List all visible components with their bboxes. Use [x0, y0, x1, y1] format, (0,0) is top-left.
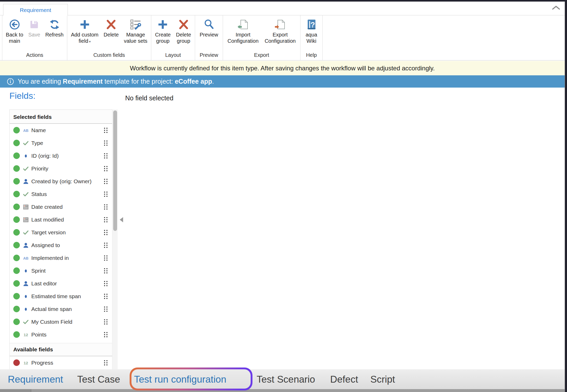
delete-group-button[interactable]: Delete group	[174, 18, 193, 45]
drag-handle-icon[interactable]	[104, 204, 108, 210]
drag-handle-icon[interactable]	[104, 293, 108, 299]
panel-collapse-arrow-icon[interactable]	[120, 217, 123, 222]
field-row-date-created[interactable]: Date created	[10, 200, 112, 213]
field-row-points[interactable]: 12Points	[10, 328, 112, 341]
item-type-tabbar: RequirementTest CaseTest run configurati…	[0, 369, 565, 389]
field-row-progress[interactable]: 12Progress	[10, 356, 112, 369]
available-fields-header: Available fields	[10, 343, 112, 356]
tab-defect[interactable]: Defect	[330, 369, 358, 389]
drag-handle-icon[interactable]	[104, 255, 108, 261]
drag-handle-icon[interactable]	[104, 166, 108, 172]
drag-handle-icon[interactable]	[104, 332, 108, 338]
field-row-target-version[interactable]: Target version	[10, 226, 112, 239]
create-group-button[interactable]: Create group	[153, 18, 172, 45]
aqua-wiki-button[interactable]: ?aqua Wiki	[304, 18, 319, 45]
drag-handle-icon[interactable]	[104, 140, 108, 146]
field-row-sprint[interactable]: Sprint	[10, 264, 112, 277]
field-label: Last editor	[31, 280, 57, 287]
field-row-type[interactable]: Type	[10, 137, 112, 149]
drag-handle-icon[interactable]	[104, 268, 108, 274]
add-custom-field-button[interactable]: Add custom field▾	[69, 18, 100, 45]
tab-test-case[interactable]: Test Case	[77, 369, 120, 389]
project-name: eCoffee app	[175, 78, 212, 85]
tab-test-scenario[interactable]: Test Scenario	[257, 369, 315, 389]
template-name: Requirement	[63, 78, 103, 85]
drag-handle-icon[interactable]	[104, 306, 108, 312]
field-row-id-orig-id[interactable]: ID (orig: Id)	[10, 149, 112, 162]
field-label: Status	[31, 191, 47, 197]
refresh-icon	[49, 19, 61, 30]
ribbon-group-label: Custom fields	[67, 52, 151, 60]
drag-handle-icon[interactable]	[104, 319, 108, 325]
ribbon-button-label: Manage value sets	[124, 32, 147, 44]
ribbon-group-label: Actions	[2, 52, 67, 60]
import-configuration-button[interactable]: Import Configuration	[226, 18, 260, 45]
svg-text:12: 12	[23, 333, 28, 337]
field-label: Last modified	[31, 217, 64, 223]
refresh-button[interactable]: Refresh	[44, 18, 65, 38]
preview-button[interactable]: Preview	[198, 18, 220, 38]
fields-scrollbar-thumb[interactable]	[113, 111, 117, 231]
drag-handle-icon[interactable]	[104, 280, 108, 287]
green-status-dot-icon	[13, 267, 20, 274]
field-label: Implemented in	[31, 255, 69, 261]
drag-handle-icon[interactable]	[104, 153, 108, 159]
ribbon-tab-requirement[interactable]: Requirement	[3, 4, 68, 16]
field-row-priority[interactable]: Priority	[10, 162, 112, 175]
green-status-dot-icon	[13, 242, 20, 248]
drag-handle-icon[interactable]	[104, 127, 108, 133]
field-label: Assigned to	[31, 242, 60, 248]
horizontal-scrollbar[interactable]	[0, 389, 565, 392]
field-label: Type	[31, 140, 43, 146]
available-fields-list: 12Progress	[10, 356, 112, 369]
green-status-dot-icon	[13, 229, 20, 236]
date-type-icon	[22, 204, 30, 210]
ribbon-button-label: Create group	[155, 32, 171, 44]
field-label: Estimated time span	[31, 293, 81, 299]
enum-type-icon	[22, 166, 30, 172]
field-label: Name	[31, 127, 46, 133]
ribbon-group-label: Preview	[195, 52, 223, 60]
back-to-main-button[interactable]: Back to main	[4, 18, 25, 45]
date-type-icon	[22, 217, 30, 223]
ribbon-button-label: Delete group	[176, 32, 191, 44]
horizontal-scrollbar-segment[interactable]	[0, 389, 31, 392]
field-row-assigned-to[interactable]: Assigned to	[10, 239, 112, 252]
drag-handle-icon[interactable]	[104, 242, 108, 248]
fields-title: Fields:	[9, 91, 35, 101]
field-row-implemented-in[interactable]: ABImplemented in	[10, 252, 112, 264]
drag-handle-icon[interactable]	[104, 360, 108, 366]
save-button[interactable]: Save	[27, 18, 42, 38]
workflow-notice-bar: Workflow is currently defined for this i…	[0, 61, 565, 75]
svg-text:12: 12	[23, 361, 28, 365]
field-row-last-modified[interactable]: Last modified	[10, 213, 112, 226]
tab-test-run-configuration[interactable]: Test run configuration	[134, 369, 226, 389]
tab-script[interactable]: Script	[370, 369, 395, 389]
chevron-up-icon[interactable]	[552, 5, 560, 10]
ribbon-tab-row: Requirement	[0, 2, 565, 15]
green-status-dot-icon	[13, 306, 20, 312]
svg-text:AB: AB	[23, 256, 28, 260]
enum-type-icon	[22, 230, 30, 235]
enum-type-icon	[22, 191, 30, 197]
ribbon-group-layout: Create groupDelete groupLayout	[151, 15, 195, 60]
field-row-created-by-orig-owner[interactable]: Created by (orig: Owner)	[10, 175, 112, 188]
drag-handle-icon[interactable]	[104, 229, 108, 236]
field-row-estimated-time-span[interactable]: Estimated time span	[10, 290, 112, 303]
drag-handle-icon[interactable]	[104, 217, 108, 223]
field-row-last-editor[interactable]: Last editor	[10, 277, 112, 290]
field-row-my-custom-field[interactable]: My Custom Field	[10, 315, 112, 328]
field-label: Priority	[31, 166, 48, 172]
number-type-icon	[22, 268, 30, 274]
ribbon-button-label: Back to main	[6, 32, 23, 44]
drag-handle-icon[interactable]	[104, 191, 108, 197]
delete-button[interactable]: Delete	[102, 18, 120, 38]
tab-requirement[interactable]: Requirement	[8, 369, 63, 389]
export-configuration-button[interactable]: Export Configuration	[263, 18, 297, 45]
drag-handle-icon[interactable]	[104, 178, 108, 185]
field-row-status[interactable]: Status	[10, 188, 112, 200]
field-row-name[interactable]: ABName	[10, 124, 112, 137]
fields-scrollbar[interactable]	[113, 109, 118, 369]
field-row-actual-time-span[interactable]: Actual time span	[10, 303, 112, 315]
manage-value-sets-button[interactable]: Manage value sets	[122, 18, 149, 45]
